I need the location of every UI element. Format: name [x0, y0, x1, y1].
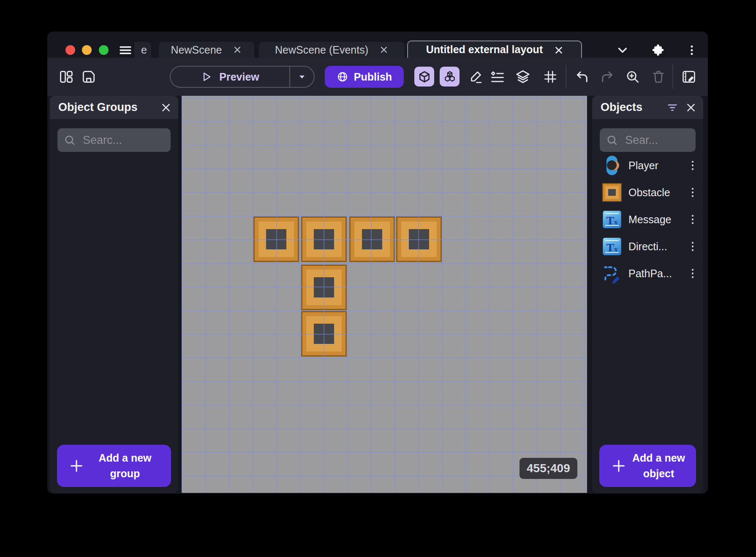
- list-item-obstacle[interactable]: Obstacle: [592, 179, 703, 206]
- obstacle-instance[interactable]: [301, 265, 347, 310]
- list-item-pathpaint[interactable]: PathPa...: [592, 260, 703, 287]
- plus-icon: [68, 457, 85, 474]
- redo-icon: [600, 69, 615, 84]
- add-group-label-line1: Add a new: [98, 452, 151, 464]
- kebab-menu-icon: [685, 44, 698, 57]
- pencil-icon: [468, 69, 484, 84]
- redo-button[interactable]: [599, 68, 616, 85]
- chevron-down-icon: [615, 43, 630, 57]
- globe-icon: [337, 71, 348, 83]
- obstacle-instance-center: [314, 324, 334, 344]
- project-manager-button[interactable]: [58, 68, 75, 85]
- instances-panel-toggle[interactable]: [440, 67, 460, 87]
- cube-icon: [418, 70, 431, 84]
- tab-close-icon[interactable]: [233, 45, 242, 54]
- obstacle-sprite-icon: [601, 182, 623, 203]
- list-item-player[interactable]: Player: [592, 152, 703, 179]
- objects-search[interactable]: [600, 128, 696, 152]
- list-item-message[interactable]: Tx Message: [592, 206, 703, 233]
- zoom-in-button[interactable]: [624, 68, 641, 85]
- obstacle-instance[interactable]: [253, 216, 299, 262]
- save-floppy-icon: [81, 69, 97, 85]
- close-objects-button[interactable]: [685, 101, 697, 114]
- instances-list-button[interactable]: [489, 68, 506, 85]
- save-button[interactable]: [80, 68, 97, 85]
- tab-newscene[interactable]: NewScene: [159, 42, 254, 58]
- object-name: Player: [628, 160, 687, 172]
- obstacle-instance[interactable]: [301, 311, 347, 357]
- object-menu-button[interactable]: [687, 158, 698, 173]
- object-groups-search[interactable]: [57, 128, 171, 152]
- obstacle-instance-center: [314, 229, 334, 249]
- object-groups-title: Object Groups: [58, 101, 160, 114]
- add-group-label: Add a new group: [85, 450, 165, 481]
- window-minimize-button[interactable]: [82, 45, 92, 55]
- add-group-label-line2: group: [110, 468, 140, 479]
- instances-list-icon: [489, 69, 506, 85]
- objects-search-input[interactable]: [624, 133, 690, 147]
- publish-button[interactable]: Publish: [325, 66, 404, 88]
- list-item-directions[interactable]: Tx Directi...: [592, 233, 703, 260]
- obstacle-instance[interactable]: [349, 216, 395, 262]
- puzzle-piece-icon: [651, 43, 665, 57]
- main-menu-button[interactable]: [117, 43, 133, 58]
- player-sprite-icon: [601, 155, 623, 176]
- obstacle-instance[interactable]: [396, 216, 442, 262]
- gdevelop-window: e NewScene NewScene (Events) Untitled ex…: [47, 32, 708, 494]
- close-object-groups-button[interactable]: [160, 101, 172, 114]
- add-object-label: Add a new object: [627, 450, 690, 481]
- undo-icon: [574, 69, 590, 84]
- add-object-label-line2: object: [643, 468, 674, 479]
- obstacle-instance-center: [314, 277, 334, 297]
- obstacle-instance-center: [409, 229, 429, 249]
- add-group-button[interactable]: Add a new group: [57, 445, 171, 487]
- preview-button-main[interactable]: Preview: [171, 67, 289, 87]
- filter-icon: [666, 101, 679, 114]
- window-zoom-button[interactable]: [99, 45, 109, 55]
- object-menu-button[interactable]: [687, 239, 698, 254]
- tab-untitled-external-layout[interactable]: Untitled external layout: [407, 41, 582, 58]
- window-more-menu-button[interactable]: [684, 43, 699, 58]
- text-object-icon: Tx: [601, 236, 623, 257]
- window-close-button[interactable]: [65, 45, 75, 55]
- object-menu-button[interactable]: [687, 266, 698, 281]
- object-menu-button[interactable]: [687, 185, 698, 200]
- extensions-button[interactable]: [650, 43, 666, 58]
- layers-icon: [515, 69, 531, 85]
- object-groups-panel: Object Groups Add a new: [50, 96, 178, 493]
- obstacle-instance-center: [362, 229, 382, 249]
- layout-panels-icon: [58, 69, 74, 85]
- object-groups-search-input[interactable]: [82, 133, 165, 147]
- object-groups-header: Object Groups: [50, 96, 178, 119]
- tab-list-dropdown-button[interactable]: [615, 43, 630, 58]
- objects-filter-button[interactable]: [666, 101, 679, 114]
- preview-button[interactable]: Preview: [170, 66, 315, 88]
- canvas-grid-overlay: [182, 96, 587, 493]
- tab-close-icon[interactable]: [554, 45, 563, 54]
- layers-button[interactable]: [514, 68, 531, 85]
- tab-newscene-events[interactable]: NewScene (Events): [259, 42, 405, 58]
- undo-button[interactable]: [574, 68, 590, 85]
- tab-label: NewScene: [171, 44, 222, 56]
- objects-panel: Objects: [592, 96, 703, 493]
- preview-options-dropdown[interactable]: [290, 67, 314, 87]
- search-icon: [606, 134, 618, 146]
- tab-close-icon[interactable]: [379, 45, 389, 54]
- add-object-label-line1: Add a new: [632, 452, 685, 464]
- add-object-button[interactable]: Add a new object: [599, 445, 696, 487]
- edit-scene-properties-button[interactable]: [680, 68, 697, 85]
- grid-button[interactable]: [542, 68, 559, 85]
- tab-home-partial[interactable]: e: [134, 42, 151, 58]
- path-paint-icon: [601, 263, 623, 284]
- scene-canvas[interactable]: 455;409: [182, 96, 587, 493]
- hamburger-icon: [118, 43, 133, 58]
- title-bar: e NewScene NewScene (Events) Untitled ex…: [47, 32, 708, 58]
- objects-panel-toggle[interactable]: [414, 67, 434, 87]
- object-menu-button[interactable]: [687, 212, 698, 227]
- edit-mode-button[interactable]: [468, 68, 484, 85]
- obstacle-instance-center: [266, 229, 286, 249]
- caret-down-icon: [297, 72, 307, 82]
- obstacle-instance[interactable]: [301, 216, 347, 262]
- tab-stub-label: e: [141, 44, 147, 56]
- delete-button[interactable]: [650, 68, 667, 85]
